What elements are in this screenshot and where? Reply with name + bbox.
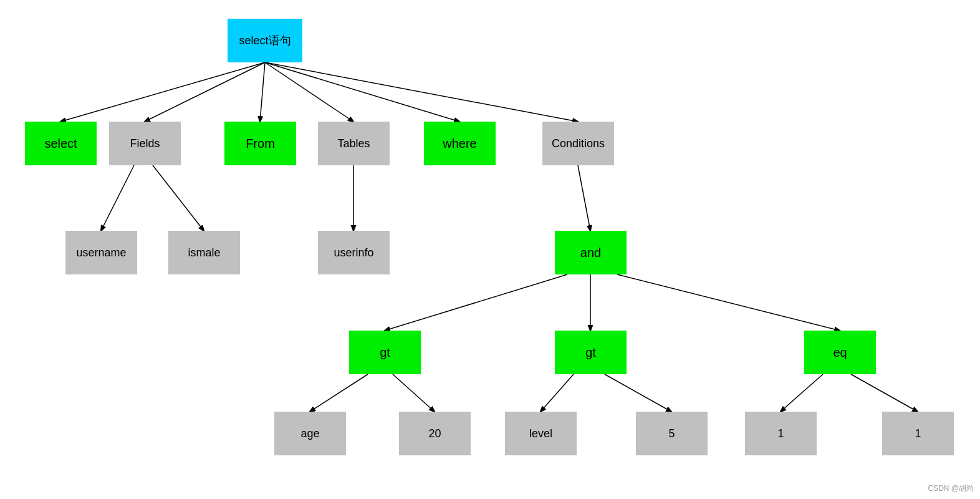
- svg-line-5: [265, 62, 578, 122]
- svg-line-13: [310, 374, 368, 412]
- arrows-svg: [0, 0, 980, 499]
- svg-line-0: [60, 62, 265, 122]
- svg-line-7: [153, 165, 204, 231]
- svg-line-18: [851, 374, 918, 412]
- node-ismale: ismale: [168, 231, 240, 274]
- svg-line-17: [781, 374, 823, 412]
- svg-line-14: [393, 374, 435, 412]
- node-tables: Tables: [318, 122, 390, 165]
- node-where: where: [424, 122, 496, 165]
- node-username: username: [65, 231, 137, 274]
- node-from: From: [224, 122, 296, 165]
- svg-line-16: [605, 374, 671, 412]
- node-gt2: gt: [555, 331, 627, 374]
- svg-line-2: [260, 62, 265, 122]
- node-fields: Fields: [109, 122, 181, 165]
- node-20: 20: [399, 412, 471, 455]
- watermark: CSDN @胡尚: [928, 483, 974, 494]
- node-one1: 1: [745, 412, 817, 455]
- node-root: select语句: [228, 19, 302, 62]
- svg-line-1: [145, 62, 265, 122]
- svg-line-10: [385, 274, 567, 331]
- node-one2: 1: [882, 412, 954, 455]
- tree-container: select语句 select Fields From Tables where…: [0, 0, 980, 499]
- node-age: age: [274, 412, 346, 455]
- node-gt1: gt: [349, 331, 421, 374]
- node-select: select: [25, 122, 97, 165]
- node-level: level: [505, 412, 577, 455]
- svg-line-3: [265, 62, 353, 122]
- svg-line-6: [101, 165, 134, 231]
- node-and: and: [555, 231, 627, 274]
- node-5: 5: [636, 412, 708, 455]
- node-userinfo: userinfo: [318, 231, 390, 274]
- node-eq: eq: [804, 331, 876, 374]
- svg-line-9: [578, 165, 590, 231]
- svg-line-15: [540, 374, 574, 412]
- node-conditions: Conditions: [542, 122, 614, 165]
- svg-line-12: [617, 274, 840, 331]
- svg-line-4: [265, 62, 459, 122]
